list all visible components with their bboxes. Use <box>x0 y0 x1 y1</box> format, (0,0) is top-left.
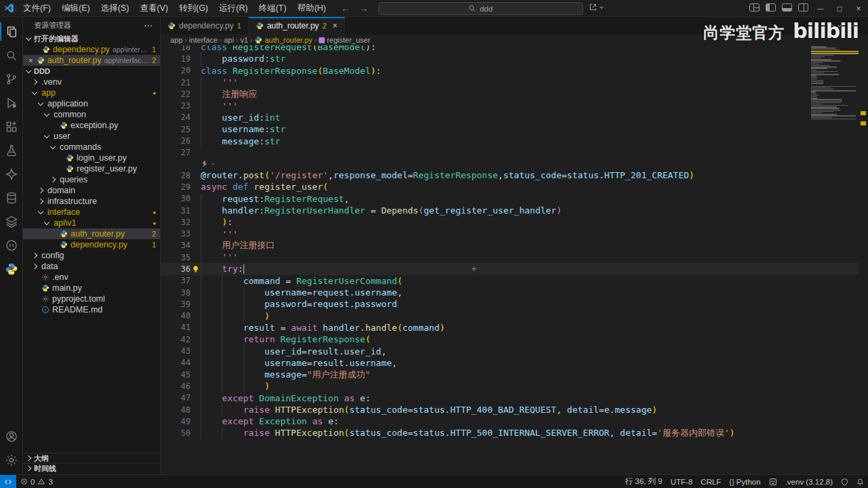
more-actions-icon[interactable]: ⋯ <box>144 20 153 30</box>
overview-ruler[interactable] <box>859 28 868 474</box>
tree-item-application[interactable]: application <box>23 98 160 109</box>
bot-icon[interactable] <box>0 233 23 257</box>
minimap[interactable] <box>811 45 859 120</box>
code-line-24[interactable]: 24 user_id:int <box>161 112 859 123</box>
code-line-23[interactable]: 23 ''' <box>161 100 859 111</box>
eol[interactable]: CRLF <box>696 478 725 486</box>
tree-item-.venv[interactable]: .venv <box>23 77 160 87</box>
tab-dependency.py[interactable]: dependency.py1 <box>161 17 249 35</box>
close-button[interactable]: × <box>849 0 868 17</box>
tree-item-dependency.py[interactable]: dependency.py1 <box>23 239 160 250</box>
menu-edit[interactable]: 编辑(E) <box>56 3 96 14</box>
notifications[interactable] <box>852 478 868 486</box>
tree-item-.env[interactable]: .env <box>23 272 160 283</box>
codelens-run-route[interactable] <box>161 159 859 169</box>
code-line-36[interactable]: 36+ try: <box>161 263 859 274</box>
code-line-45[interactable]: 45 message="用户注册成功" <box>161 369 859 380</box>
timeline-section[interactable]: 时间线 <box>23 463 160 473</box>
menu-go[interactable]: 转到(G) <box>174 3 214 14</box>
source-control-icon[interactable] <box>0 67 23 91</box>
shield-status[interactable] <box>837 478 852 486</box>
close-icon[interactable]: × <box>28 56 34 64</box>
toggle-panel-icon[interactable] <box>782 3 792 12</box>
remote-indicator[interactable] <box>0 475 16 488</box>
code-line-28[interactable]: 28@router.post('/register',response_mode… <box>161 169 859 181</box>
vscode-logo-icon[interactable] <box>0 3 18 14</box>
code-line-26[interactable]: 26 message:str <box>161 135 859 146</box>
menu-selection[interactable]: 选择(S) <box>96 3 135 14</box>
menu-file[interactable]: 文件(F) <box>18 3 56 14</box>
code-line-22[interactable]: 22 注册响应 <box>161 88 859 100</box>
tree-item-register-user.py[interactable]: register_user.py <box>23 163 160 174</box>
settings-icon[interactable] <box>0 448 23 472</box>
code-line-35[interactable]: 35 ''' <box>161 251 859 263</box>
layers-icon[interactable] <box>0 209 23 233</box>
forward-button[interactable]: → <box>359 3 368 14</box>
menu-help[interactable]: 帮助(H) <box>292 3 331 14</box>
run-debug-icon[interactable] <box>0 91 23 115</box>
tree-item-interface[interactable]: interface● <box>23 207 160 218</box>
cursor-position[interactable]: 行 36, 列 9 <box>621 476 667 487</box>
code-line-29[interactable]: 29async def register_user( <box>161 181 859 192</box>
extensions-icon[interactable] <box>0 115 23 138</box>
code-line-32[interactable]: 32 ): <box>161 216 859 228</box>
code-line-39[interactable]: 39 password=request.password <box>161 298 859 310</box>
toggle-secondary-sidebar-icon[interactable] <box>798 3 808 12</box>
code-line-42[interactable]: 42 return RegisterResponse( <box>161 333 859 345</box>
code-line-27[interactable]: 27 <box>161 147 859 159</box>
tab-auth_router.py[interactable]: auth_router.py2× <box>249 17 345 35</box>
tree-item-data[interactable]: data <box>23 261 160 272</box>
code-line-41[interactable]: 41 result = await handler.handle(command… <box>161 322 859 333</box>
open-editors-header[interactable]: 打开的编辑器 <box>23 33 160 44</box>
tree-item-main.py[interactable]: main.py <box>23 283 160 293</box>
code-line-37[interactable]: 37 command = RegisterUserCommand( <box>161 275 859 287</box>
tree-item-config[interactable]: config <box>23 250 160 261</box>
code-line-18[interactable]: 18class RegisterRequest(BaseModel): <box>161 45 859 53</box>
code-line-47[interactable]: 47 except DomainException as e: <box>161 392 859 404</box>
lightbulb-icon[interactable] <box>192 265 199 273</box>
breadcrumb-item-v1[interactable]: v1 <box>240 36 248 44</box>
code-line-38[interactable]: 38 username=request.username, <box>161 287 859 298</box>
menu-terminal[interactable]: 终端(T) <box>253 3 292 14</box>
code-line-30[interactable]: 30 request:RegisterRequest, <box>161 193 859 205</box>
code-line-20[interactable]: 20class RegisterResponse(BaseModel): <box>161 65 859 77</box>
breadcrumb-item-auth-router.py[interactable]: auth_router.py <box>254 36 312 44</box>
tree-item-common[interactable]: common <box>23 109 160 120</box>
maximize-button[interactable]: □ <box>830 0 849 17</box>
search-icon[interactable] <box>0 43 23 67</box>
tree-item-auth-router.py[interactable]: auth_router.py2 <box>23 228 160 239</box>
code-line-31[interactable]: 31 handler:RegisterUserHandler = Depends… <box>161 205 859 216</box>
breadcrumb-item-interface[interactable]: interface <box>189 36 218 44</box>
tree-item-README.md[interactable]: README.md <box>23 304 160 315</box>
customize-layout-icon[interactable] <box>749 3 760 12</box>
code-line-48[interactable]: 48 raise HTTPException(status_code=statu… <box>161 404 859 415</box>
python-icon[interactable] <box>0 257 23 281</box>
tree-item-queries[interactable]: queries <box>23 174 160 185</box>
tree-item-login-user.py[interactable]: login_user.py <box>23 152 160 163</box>
testing-icon[interactable] <box>0 138 23 162</box>
toggle-sidebar-icon[interactable] <box>766 3 776 12</box>
launch-profile-button[interactable] <box>589 3 604 12</box>
open-editor-item[interactable]: ×auth_router.pyapp\interface\api...2 <box>23 55 160 66</box>
tree-item-api-v1[interactable]: api\v1● <box>23 218 160 228</box>
extension-status[interactable] <box>765 478 781 486</box>
code-line-19[interactable]: 19 password:str <box>161 53 859 64</box>
search-input[interactable]: ddd <box>378 2 583 15</box>
tree-item-exception.py[interactable]: exception.py <box>23 120 160 131</box>
code-line-40[interactable]: 40 ) <box>161 310 859 322</box>
tree-item-domain[interactable]: domain <box>23 185 160 196</box>
code-line-46[interactable]: 46 ) <box>161 380 859 392</box>
minimize-button[interactable]: ─ <box>811 0 830 17</box>
code-line-43[interactable]: 43 user_id=result.user_id, <box>161 345 859 357</box>
code-line-44[interactable]: 44 username=result.username, <box>161 357 859 369</box>
breadcrumb-item-app[interactable]: app <box>170 36 182 44</box>
tree-item-commands[interactable]: commands <box>23 142 160 152</box>
code-line-50[interactable]: 50 raise HTTPException(status_code=statu… <box>161 428 859 439</box>
language-mode[interactable]: { }Python <box>725 478 764 486</box>
menu-view[interactable]: 查看(V) <box>134 3 174 14</box>
back-button[interactable]: ← <box>341 3 350 14</box>
tree-item-user[interactable]: user <box>23 131 160 142</box>
code-line-49[interactable]: 49 except Exception as e: <box>161 415 859 427</box>
open-editor-item[interactable]: dependency.pyapp\interface1 <box>23 44 160 55</box>
inline-add-icon[interactable]: + <box>471 264 477 274</box>
